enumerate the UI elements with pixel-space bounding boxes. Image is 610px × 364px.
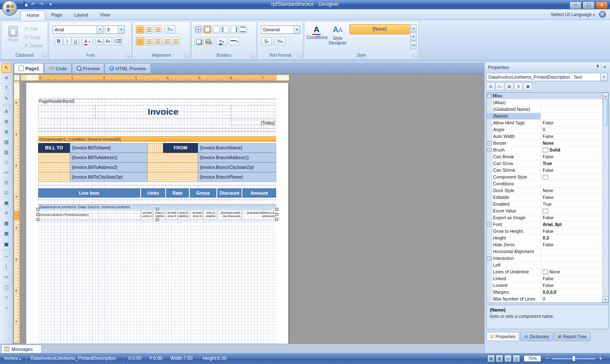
empty-header-cell[interactable] [231,105,276,119]
style-gallery-selected-item[interactable]: [None] [349,24,410,34]
horizontal-ruler[interactable]: 01234567 [20,74,289,81]
units-selector[interactable]: Inches ▴ [4,356,21,361]
doc-tab-preview[interactable]: Preview [72,63,104,73]
property-row-export-as-image[interactable]: Export as ImageFalse [487,215,602,221]
ribbon-tab-home[interactable]: Home [20,11,45,20]
chart-component[interactable]: ▅ [1,239,11,248]
text-component[interactable]: A [1,107,11,116]
levels-icon[interactable]: ▣ [524,83,532,91]
report-field[interactable]: {Invoice.BranchName} [198,143,276,153]
text-in-cells-component[interactable]: ⊞ [1,117,11,127]
from-label[interactable]: FROM [163,143,198,153]
outside-borders-button[interactable] [203,25,211,33]
data-cell[interactable]: {InvoiceLineItems.LineAmount} [242,210,276,220]
report-field[interactable]: {Invoice.BranchAddress1} [198,153,276,163]
data-cell[interactable]: {InvoiceLineItems.Discount} [217,210,241,220]
font-family-combo[interactable]: Arial▼ [53,25,103,34]
word-wrap-button[interactable] [172,37,180,45]
data-cell[interactable]: {InvoiceLineItems.PrintedDescription} [38,210,141,220]
zipcode-component[interactable]: # [1,209,11,218]
empty-header-cell[interactable] [38,105,95,119]
bill-to-label[interactable]: BILL TO [38,143,70,153]
scroll-down-icon[interactable]: ▼ [603,296,608,303]
selection-handle[interactable] [275,213,278,216]
ellipse-primitive[interactable]: ○ [1,293,11,302]
text-format-combo[interactable]: General▼ [261,25,300,34]
property-row-editable[interactable]: EditableFalse [487,194,602,201]
delete-button[interactable]: ✗Delete [24,42,47,50]
ribbon-tab-layout[interactable]: Layout [68,11,94,19]
selection-handle[interactable] [36,218,39,221]
component-selector-combo[interactable]: DataInvoiceLineItems_PrintedDescription … [486,73,608,81]
whole-page-icon[interactable]: ▯ [513,355,520,362]
panel-component[interactable]: ▭ [1,168,11,177]
property-row-globalized-name[interactable]: (Globalized Name) [487,106,602,113]
property-grid-scrollbar[interactable]: ▲ ▼ [602,93,608,303]
doc-tab-html-preview[interactable]: HTML Preview [105,63,151,73]
borders-dialog-launcher[interactable]: ↘ [251,53,255,58]
column-header-amount[interactable]: Amount [242,188,276,198]
data-cell[interactable]: ems.GrossDe [203,210,216,220]
rich-text-component[interactable]: ≣ [1,127,11,137]
selection-handle[interactable] [275,208,278,211]
data-cell[interactable]: ems.RateDes [177,210,189,220]
selection-handle[interactable] [36,208,39,211]
pin-icon[interactable] [595,64,601,70]
data-cell[interactable]: eLineItems.G [190,210,203,220]
property-row-border[interactable]: +BorderNone [487,140,602,147]
table-component[interactable]: ▦ [1,219,11,228]
crosstab-component[interactable]: ▩ [1,229,11,238]
report-field[interactable]: {Invoice.BranchCityStateZip} [198,163,276,172]
text-format-dialog-launcher[interactable]: ↘ [297,53,302,58]
band-separator-line[interactable] [38,128,276,129]
underline-button[interactable]: U [72,37,80,45]
close-button[interactable]: × [596,1,608,9]
zoom-slider-thumb[interactable] [572,356,576,361]
grow-font-button[interactable]: A▴ [95,37,103,45]
property-row-horizontal-alignment[interactable]: Horizontal Alignment [487,248,602,255]
empty-cell[interactable] [147,172,198,182]
categorized-icon[interactable]: ⊟ [486,83,495,91]
property-row-enabled[interactable]: EnabledTrue [487,201,602,208]
property-row-max-number-of-lines[interactable]: Max Number of Lines0 [487,296,602,303]
barcode-component[interactable]: ▥ [1,148,11,157]
empty-cell[interactable] [147,153,198,163]
align-right-button[interactable] [154,37,162,45]
standard-view-icon[interactable]: ▤ [487,355,495,362]
page-break-preview-icon[interactable]: ▥ [496,355,503,362]
ribbon-tab-view[interactable]: View [94,11,116,19]
clipboard-dialog-launcher[interactable]: ↘ [42,53,47,58]
zoom-in-button[interactable]: + [599,355,602,361]
property-row-excel-value[interactable]: Excel Value [487,208,602,215]
column-header-discount[interactable]: Discount [217,188,241,198]
empty-cell[interactable] [38,153,70,163]
zoom-level[interactable]: 75% [524,355,541,362]
shrink-font-button[interactable]: A▾ [104,37,112,45]
gallery-scroll-up-button[interactable]: ▲ [410,24,416,32]
no-borders-button[interactable] [212,25,220,33]
font-color-button[interactable]: A ▾ [82,37,93,45]
font-dialog-launcher[interactable]: ↘ [126,53,130,58]
paste-button[interactable]: Paste [3,23,23,53]
property-row-dock-style[interactable]: Dock StyleNone [487,188,602,194]
column-header-line-item[interactable]: Line Item [38,188,140,198]
cut-button[interactable]: ✂Cut [24,25,47,33]
report-field[interactable]: {Invoice.BillToCityStateZip} [70,172,147,182]
left-border-button[interactable] [221,25,229,33]
report-field[interactable]: {Invoice.BranchPhone} [198,172,276,182]
property-row-name[interactable]: (Name) [487,113,602,120]
alignment-dialog-launcher[interactable]: ↘ [185,53,189,58]
report-field[interactable]: {Invoice.BillToName} [70,143,147,153]
invoice-title-field[interactable]: Invoice [95,105,231,119]
report-field[interactable]: {Invoice.BillToAddress1} [70,153,147,163]
empty-cell[interactable] [147,163,198,172]
today-field[interactable]: {Today} [231,120,276,126]
zoom-out-button[interactable]: − [546,355,549,361]
bold-button[interactable]: B [55,37,63,45]
property-row-interaction[interactable]: +Interaction [487,255,602,262]
design-canvas[interactable]: 01234567 01234567 PageHeaderBand1 Invoic… [13,74,484,344]
clone-component[interactable]: ⊡ [1,178,11,188]
restore-button[interactable]: ▢ [582,1,595,9]
selection-handle[interactable] [36,213,39,216]
column-header-rate[interactable]: Rate [166,188,189,198]
